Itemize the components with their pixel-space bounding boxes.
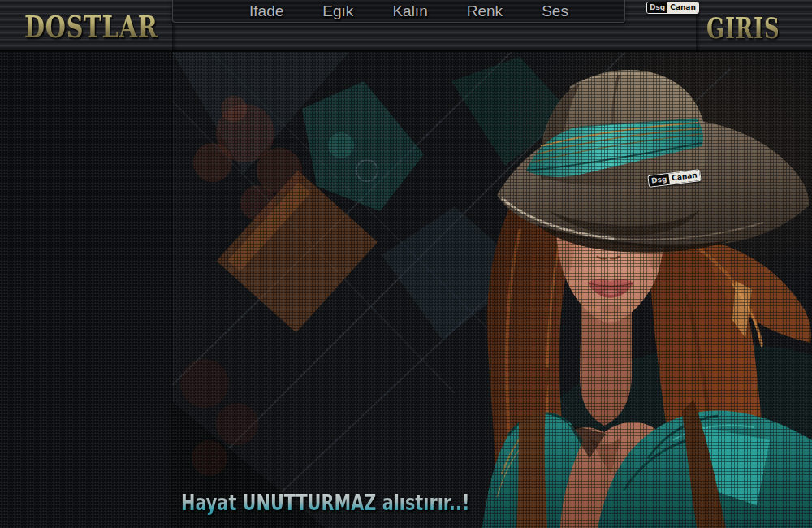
header-seam-left <box>172 23 177 52</box>
login-link[interactable]: GIRIS <box>706 11 780 45</box>
site-title[interactable]: DOSTLAR <box>24 9 158 45</box>
main-content: Hayat UNUTTURMAZ alıstırır..! DsgCanan <box>0 52 812 528</box>
menu-item-kalin[interactable]: Kalın <box>392 2 427 20</box>
chat-theme-screen: Hayat UNUTTURMAZ alıstırır..! DsgCanan I… <box>0 0 812 528</box>
hat-watermark-dsg: Dsg <box>648 174 670 187</box>
caption-text: Hayat UNUTTURMAZ alıstırır..! <box>181 491 469 515</box>
designer-watermark-canan: Canan <box>667 2 698 13</box>
menu-item-ifade[interactable]: Ifade <box>249 2 283 20</box>
menu-item-ses[interactable]: Ses <box>542 2 568 20</box>
designer-watermark-badge: DsgCanan <box>646 2 699 14</box>
designer-watermark-dsg: Dsg <box>647 2 667 13</box>
menu-bar: Ifade Egık Kalın Renk Ses <box>172 0 625 23</box>
portrait-artwork <box>0 52 812 528</box>
menu-item-renk[interactable]: Renk <box>467 2 503 20</box>
menu-item-egik[interactable]: Egık <box>322 2 353 20</box>
header-seam-right <box>696 13 701 52</box>
